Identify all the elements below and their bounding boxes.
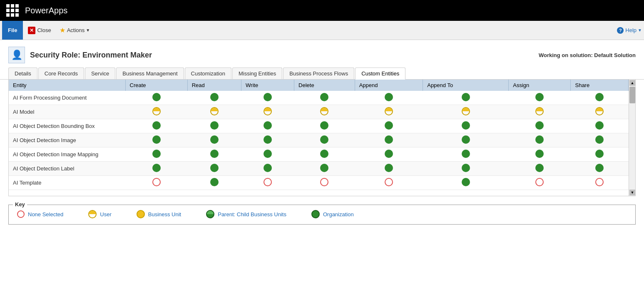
cell-append[interactable]	[355, 162, 423, 176]
cell-read[interactable]	[187, 119, 241, 133]
cell-appendto[interactable]	[423, 133, 509, 148]
tab-business-management[interactable]: Business Management	[116, 68, 184, 79]
cell-share[interactable]	[571, 105, 629, 119]
col-entity: Entity	[9, 80, 125, 91]
tab-details[interactable]: Details	[8, 68, 37, 79]
cell-create[interactable]	[125, 133, 187, 148]
cell-write[interactable]	[241, 162, 294, 176]
cell-write[interactable]	[241, 91, 294, 105]
cell-assign[interactable]	[509, 162, 571, 176]
help-button[interactable]: ? Help ▼	[617, 27, 642, 34]
actions-star-icon: ★	[60, 26, 65, 34]
cell-create[interactable]	[125, 105, 187, 119]
tab-missing-entities[interactable]: Missing Entities	[232, 68, 282, 79]
key-organization-label: Organization	[323, 211, 354, 218]
cell-append[interactable]	[355, 105, 423, 119]
cell-share[interactable]	[571, 133, 629, 148]
cell-assign[interactable]	[509, 91, 571, 105]
cell-entity: AI Object Detection Label	[9, 162, 125, 176]
key-none-selected-label: None Selected	[28, 211, 63, 218]
cell-read[interactable]	[187, 176, 241, 190]
cell-appendto[interactable]	[423, 105, 509, 119]
actions-button[interactable]: ★ Actions ▼	[56, 25, 94, 36]
cell-read[interactable]	[187, 162, 241, 176]
cell-create[interactable]	[125, 162, 187, 176]
cell-share[interactable]	[571, 148, 629, 162]
cell-appendto[interactable]	[423, 148, 509, 162]
col-share: Share	[571, 80, 629, 91]
cell-append[interactable]	[355, 119, 423, 133]
cell-share[interactable]	[571, 176, 629, 190]
scrollbar[interactable]: ▲ ▼	[629, 80, 635, 196]
cell-delete[interactable]	[294, 133, 355, 148]
cell-delete[interactable]	[294, 148, 355, 162]
col-create: Create	[125, 80, 187, 91]
cell-write[interactable]	[241, 105, 294, 119]
cell-assign[interactable]	[509, 105, 571, 119]
cell-append[interactable]	[355, 91, 423, 105]
none-selected-icon	[17, 210, 25, 218]
cell-write[interactable]	[241, 119, 294, 133]
cell-read[interactable]	[187, 91, 241, 105]
cell-assign[interactable]	[509, 119, 571, 133]
user-icon	[88, 210, 97, 218]
col-delete: Delete	[294, 80, 355, 91]
table-row[interactable]: AI Object Detection Label	[9, 162, 629, 176]
cell-share[interactable]	[571, 162, 629, 176]
cell-write[interactable]	[241, 176, 294, 190]
tab-custom-entities[interactable]: Custom Entities	[355, 68, 405, 80]
key-parent-child-label: Parent: Child Business Units	[218, 211, 286, 218]
table-row[interactable]: AI Form Processing Document	[9, 91, 629, 105]
cell-create[interactable]	[125, 91, 187, 105]
cell-append[interactable]	[355, 176, 423, 190]
parent-child-icon	[206, 210, 214, 218]
cell-write[interactable]	[241, 133, 294, 148]
actions-chevron-icon: ▼	[86, 28, 90, 32]
tab-customization[interactable]: Customization	[185, 68, 231, 79]
cell-appendto[interactable]	[423, 91, 509, 105]
permissions-table: Entity Create Read Write Delete Append A…	[9, 80, 629, 190]
cell-appendto[interactable]	[423, 119, 509, 133]
file-button[interactable]: File	[2, 21, 23, 40]
cell-assign[interactable]	[509, 148, 571, 162]
table-row[interactable]: AI Object Detection Image	[9, 133, 629, 148]
cell-create[interactable]	[125, 119, 187, 133]
cell-read[interactable]	[187, 148, 241, 162]
tabs: Details Core Records Service Business Ma…	[8, 68, 636, 79]
cell-delete[interactable]	[294, 105, 355, 119]
cell-appendto[interactable]	[423, 176, 509, 190]
cell-delete[interactable]	[294, 176, 355, 190]
key-title: Key	[13, 201, 27, 208]
cell-assign[interactable]	[509, 176, 571, 190]
cell-appendto[interactable]	[423, 162, 509, 176]
table-row[interactable]: AI Template	[9, 176, 629, 190]
cell-delete[interactable]	[294, 119, 355, 133]
key-none-selected: None Selected	[17, 210, 63, 218]
cell-entity: AI Form Processing Document	[9, 91, 125, 105]
cell-share[interactable]	[571, 91, 629, 105]
table-row[interactable]: AI Model	[9, 105, 629, 119]
tab-service[interactable]: Service	[85, 68, 115, 79]
cell-append[interactable]	[355, 148, 423, 162]
cell-read[interactable]	[187, 133, 241, 148]
table-row[interactable]: AI Object Detection Bounding Box	[9, 119, 629, 133]
table-row[interactable]: AI Object Detection Image Mapping	[9, 148, 629, 162]
tab-core-records[interactable]: Core Records	[38, 68, 84, 79]
cell-create[interactable]	[125, 176, 187, 190]
cell-delete[interactable]	[294, 91, 355, 105]
cell-write[interactable]	[241, 148, 294, 162]
cell-assign[interactable]	[509, 133, 571, 148]
close-button[interactable]: ✕ Close	[25, 25, 54, 36]
scrollbar-thumb[interactable]	[629, 87, 635, 103]
cell-append[interactable]	[355, 133, 423, 148]
cell-delete[interactable]	[294, 162, 355, 176]
tab-business-process-flows[interactable]: Business Process Flows	[283, 68, 354, 79]
table-scroll[interactable]: Entity Create Read Write Delete Append A…	[9, 80, 629, 196]
cell-create[interactable]	[125, 148, 187, 162]
waffle-menu[interactable]	[4, 2, 21, 19]
cell-share[interactable]	[571, 119, 629, 133]
help-chevron-icon: ▼	[638, 28, 642, 32]
cell-read[interactable]	[187, 105, 241, 119]
col-read: Read	[187, 80, 241, 91]
key-user-label: User	[100, 211, 111, 218]
